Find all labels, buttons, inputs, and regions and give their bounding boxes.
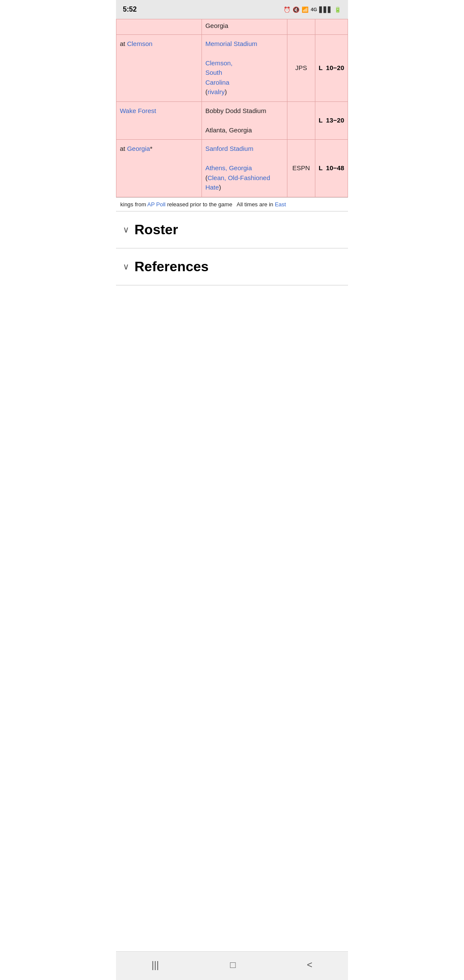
rivalry-link[interactable]: rivalry — [208, 88, 225, 95]
roster-section-header[interactable]: ∨ Roster — [116, 211, 348, 248]
result-cell: L 10−48 — [315, 140, 348, 197]
schedule-table: Georgia at Clemson Memorial Stadium Clem… — [116, 19, 348, 197]
city-link[interactable]: Clemson,SouthCarolina — [205, 59, 232, 86]
roster-chevron-icon: ∨ — [123, 224, 129, 235]
partial-result — [315, 19, 348, 35]
venue-cell: Sanford Stadium Athens, Georgia (Clean, … — [201, 140, 287, 197]
rivalry-link[interactable]: Clean, Old-Fashioned Hate — [205, 174, 270, 191]
opponent-cell: Wake Forest — [116, 101, 202, 140]
venue-cell: Memorial Stadium Clemson,SouthCarolina (… — [201, 34, 287, 101]
opponent-link[interactable]: Georgia — [127, 145, 150, 152]
partial-venue: Georgia — [201, 19, 287, 35]
result-cell: L 10−20 — [315, 34, 348, 101]
venue-link[interactable]: Sanford Stadium — [205, 145, 253, 152]
tv-cell — [287, 101, 315, 140]
references-section-title: References — [134, 259, 209, 275]
tv-label: ESPN — [293, 164, 310, 172]
battery-icon: 🔋 — [334, 6, 341, 13]
result-label: L 10−20 — [319, 64, 344, 71]
partial-opponent — [116, 19, 202, 35]
table-row: at Georgia* Sanford Stadium Athens, Geor… — [116, 140, 348, 197]
tv-label: JPS — [295, 64, 307, 71]
table-row: Wake Forest Bobby Dodd Stadium Atlanta, … — [116, 101, 348, 140]
venue-name: Bobby Dodd Stadium — [205, 107, 266, 114]
result-label: L 10−48 — [319, 164, 344, 172]
references-section-header[interactable]: ∨ References — [116, 248, 348, 285]
tv-cell: ESPN — [287, 140, 315, 197]
opponent-cell: at Clemson — [116, 34, 202, 101]
table-row-partial: Georgia — [116, 19, 348, 35]
references-chevron-icon: ∨ — [123, 261, 129, 272]
opponent-link[interactable]: Clemson — [127, 40, 153, 47]
wifi-icon: 📶 — [302, 6, 308, 13]
alarm-icon: ⏰ — [284, 6, 290, 13]
mute-icon: 🔇 — [293, 6, 299, 13]
status-bar: 5:52 ⏰ 🔇 📶 4G ▋▋▋ 🔋 — [116, 0, 348, 19]
result-label: L 13−20 — [319, 116, 344, 124]
ap-poll-link[interactable]: AP Poll — [147, 201, 165, 208]
opponent-cell: at Georgia* — [116, 140, 202, 197]
partial-tv — [287, 19, 315, 35]
signal-icon: ▋▋▋ — [319, 6, 332, 13]
venue-link[interactable]: Memorial Stadium — [205, 40, 257, 47]
roster-section-title: Roster — [134, 222, 178, 238]
venue-city: Atlanta, Georgia — [205, 126, 252, 134]
table-footnote: kings from AP Poll released prior to the… — [116, 197, 348, 211]
opponent-link[interactable]: Wake Forest — [120, 107, 156, 114]
partial-venue-text: Georgia — [205, 22, 228, 29]
east-link[interactable]: East — [275, 201, 286, 208]
city-link[interactable]: Athens, Georgia — [205, 164, 252, 172]
4g-icon: 4G — [311, 7, 317, 12]
result-cell: L 13−20 — [315, 101, 348, 140]
table-row: at Clemson Memorial Stadium Clemson,Sout… — [116, 34, 348, 101]
tv-cell: JPS — [287, 34, 315, 101]
status-icons: ⏰ 🔇 📶 4G ▋▋▋ 🔋 — [284, 6, 341, 13]
venue-cell: Bobby Dodd Stadium Atlanta, Georgia — [201, 101, 287, 140]
status-time: 5:52 — [123, 6, 137, 13]
